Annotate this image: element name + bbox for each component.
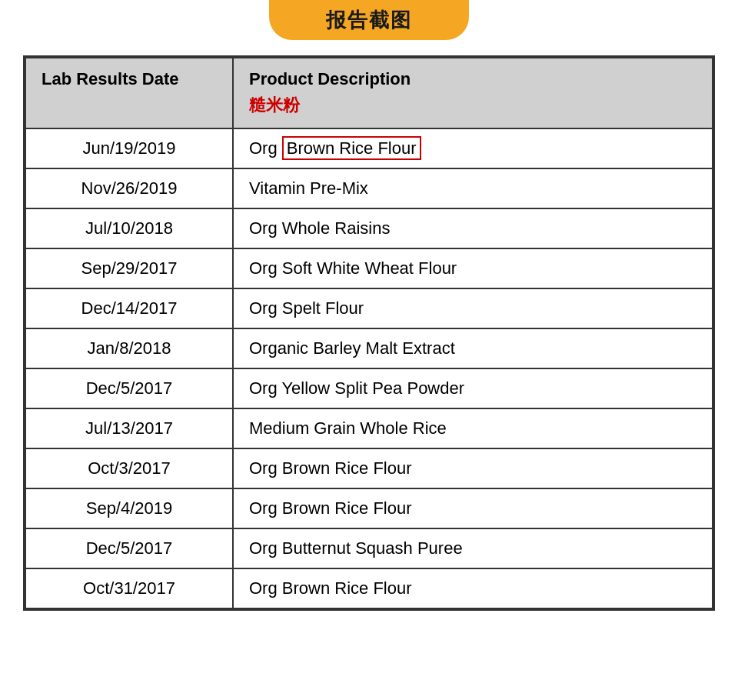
cell-product: Org Spelt Flour — [233, 288, 713, 328]
cell-product: Org Whole Raisins — [233, 208, 713, 248]
cell-date: Oct/31/2017 — [25, 568, 233, 608]
table-row: Dec/5/2017Org Yellow Split Pea Powder — [25, 368, 713, 408]
cell-product: Org Soft White Wheat Flour — [233, 248, 713, 288]
cell-date: Sep/29/2017 — [25, 248, 233, 288]
chinese-subtitle: 糙米粉 — [249, 94, 696, 117]
table-row: Nov/26/2019Vitamin Pre-Mix — [25, 168, 713, 208]
table-header-row: Lab Results Date Product Description 糙米粉 — [25, 58, 713, 128]
top-tab: 报告截图 — [269, 0, 469, 40]
tab-shape: 报告截图 — [269, 0, 469, 40]
tab-title: 报告截图 — [326, 7, 412, 34]
table-row: Dec/14/2017Org Spelt Flour — [25, 288, 713, 328]
cell-product: Org Brown Rice Flour — [233, 568, 713, 608]
table-row: Jun/19/2019Org Brown Rice Flour — [25, 128, 713, 168]
cell-date: Nov/26/2019 — [25, 168, 233, 208]
cell-date: Dec/5/2017 — [25, 528, 233, 568]
cell-product: Vitamin Pre-Mix — [233, 168, 713, 208]
cell-product: Org Brown Rice Flour — [233, 448, 713, 488]
table-row: Sep/4/2019Org Brown Rice Flour — [25, 488, 713, 528]
table-row: Oct/3/2017Org Brown Rice Flour — [25, 448, 713, 488]
cell-product: Medium Grain Whole Rice — [233, 408, 713, 448]
table-row: Oct/31/2017Org Brown Rice Flour — [25, 568, 713, 608]
cell-date: Dec/14/2017 — [25, 288, 233, 328]
cell-product: Org Brown Rice Flour — [233, 128, 713, 168]
cell-date: Dec/5/2017 — [25, 368, 233, 408]
cell-date: Oct/3/2017 — [25, 448, 233, 488]
cell-product: Org Brown Rice Flour — [233, 488, 713, 528]
cell-date: Sep/4/2019 — [25, 488, 233, 528]
cell-date: Jul/13/2017 — [25, 408, 233, 448]
table-row: Jul/10/2018Org Whole Raisins — [25, 208, 713, 248]
cell-product: Organic Barley Malt Extract — [233, 328, 713, 368]
table-row: Jan/8/2018Organic Barley Malt Extract — [25, 328, 713, 368]
highlighted-product: Brown Rice Flour — [282, 136, 421, 160]
page-container: 报告截图 Lab Results Date Product Descriptio… — [0, 0, 738, 700]
cell-product: Org Butternut Squash Puree — [233, 528, 713, 568]
table-row: Dec/5/2017Org Butternut Squash Puree — [25, 528, 713, 568]
cell-date: Jan/8/2018 — [25, 328, 233, 368]
table-wrapper: Lab Results Date Product Description 糙米粉… — [23, 55, 715, 611]
cell-date: Jun/19/2019 — [25, 128, 233, 168]
cell-date: Jul/10/2018 — [25, 208, 233, 248]
table-row: Sep/29/2017Org Soft White Wheat Flour — [25, 248, 713, 288]
results-table: Lab Results Date Product Description 糙米粉… — [25, 57, 713, 609]
col-date-header: Lab Results Date — [25, 58, 233, 128]
cell-product: Org Yellow Split Pea Powder — [233, 368, 713, 408]
table-row: Jul/13/2017Medium Grain Whole Rice — [25, 408, 713, 448]
col-product-header: Product Description 糙米粉 — [233, 58, 713, 128]
